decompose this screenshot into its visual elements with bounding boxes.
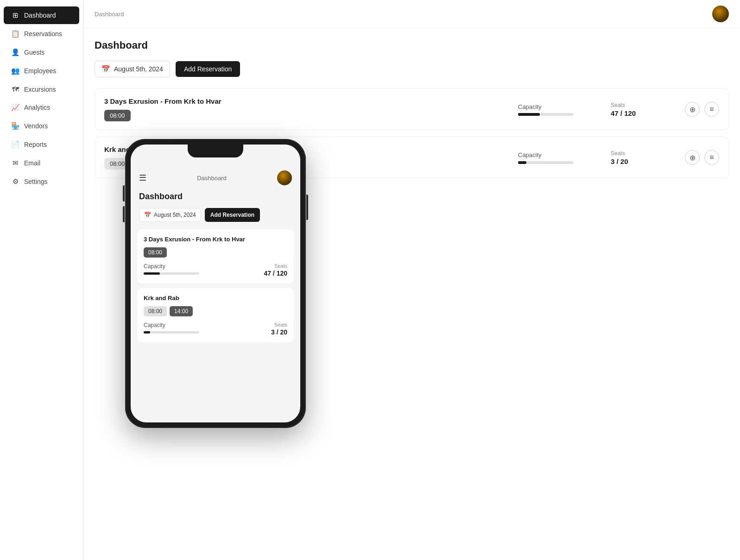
sidebar-label-reservations: Reservations — [24, 30, 62, 38]
phone-power-button — [306, 195, 308, 220]
reservations-icon: 📋 — [11, 30, 19, 38]
vendors-icon: 🏪 — [11, 122, 19, 130]
sidebar-item-analytics[interactable]: 📈 Analytics — [4, 99, 79, 116]
add-action-button[interactable]: ⊕ — [685, 150, 700, 165]
time-badges: 08:0014:00 — [104, 158, 518, 170]
controls-row: 📅 August 5th, 2024 Add Reservation — [95, 61, 729, 77]
sidebar-item-dashboard[interactable]: ⊞ Dashboard — [4, 6, 79, 24]
sidebar-item-employees[interactable]: 👥 Employees — [4, 62, 79, 80]
sidebar-item-reservations[interactable]: 📋 Reservations — [4, 25, 79, 43]
sidebar-item-excursions[interactable]: 🗺 Excursions — [4, 81, 79, 98]
add-reservation-button[interactable]: Add Reservation — [176, 61, 240, 77]
phone-seats-label: Seats — [271, 322, 287, 327]
sidebar-label-settings: Settings — [24, 178, 48, 185]
date-picker[interactable]: 📅 August 5th, 2024 — [95, 61, 170, 77]
date-value: August 5th, 2024 — [114, 65, 163, 73]
settings-icon: ⚙ — [11, 177, 19, 186]
email-icon: ✉ — [11, 159, 19, 167]
phone-excursion-card-0: 3 Days Exrusion - From Krk to Hvar 08:00… — [137, 229, 294, 283]
list-action-button[interactable]: ≡ — [704, 150, 719, 165]
phone-excursion-card-1: Krk and Rab 08:0014:00 Capacity Seats 3 … — [137, 288, 294, 342]
sidebar-label-reports: Reports — [24, 141, 47, 148]
phone-time-badge: 14:00 — [170, 306, 193, 316]
sidebar-item-reports[interactable]: 📄 Reports — [4, 136, 79, 153]
capacity-label: Capacity — [518, 103, 611, 110]
time-badge[interactable]: 08:00 — [104, 110, 131, 121]
dashboard-icon: ⊞ — [11, 11, 19, 19]
sidebar-item-settings[interactable]: ⚙ Settings — [4, 173, 79, 190]
sidebar-item-guests[interactable]: 👤 Guests — [4, 44, 79, 61]
sidebar-label-vendors: Vendors — [24, 122, 48, 130]
phone-calendar-icon: 📅 — [144, 212, 151, 218]
avatar — [712, 6, 729, 22]
phone-seats-value: 47 / 120 — [264, 270, 287, 277]
phone-capacity-row: Capacity Seats 47 / 120 — [144, 263, 287, 277]
excursion-actions: ⊕ ≡ — [685, 150, 719, 165]
phone-capacity-section: Capacity — [144, 263, 199, 275]
excursion-card-0: 3 Days Exrusion - From Krk to Hvar 08:00… — [95, 88, 729, 130]
reports-icon: 📄 — [11, 140, 19, 149]
guests-icon: 👤 — [11, 48, 19, 57]
capacity-bar-bg — [518, 161, 574, 164]
excursion-info: Krk and Rab 08:0014:00 — [104, 145, 518, 170]
phone-controls: 📅 August 5th, 2024 Add Reservation — [137, 208, 294, 222]
sidebar-item-email[interactable]: ✉ Email — [4, 154, 79, 172]
sidebar-label-email: Email — [24, 159, 40, 167]
excursion-actions: ⊕ ≡ — [685, 102, 719, 117]
capacity-bar-bg — [518, 113, 574, 116]
add-action-button[interactable]: ⊕ — [685, 102, 700, 117]
phone-capacity-label: Capacity — [144, 322, 199, 328]
phone-capacity-label: Capacity — [144, 263, 199, 270]
seats-section: Seats 47 / 120 — [611, 102, 685, 117]
seats-value: 47 / 120 — [611, 109, 685, 117]
phone-date-picker[interactable]: 📅 August 5th, 2024 — [139, 208, 201, 222]
sidebar-label-analytics: Analytics — [24, 104, 50, 111]
main-content: Dashboard Dashboard 📅 August 5th, 2024 A… — [83, 0, 740, 560]
phone-date-value: August 5th, 2024 — [154, 212, 196, 218]
phone-seats-label: Seats — [264, 263, 287, 269]
seats-label: Seats — [611, 102, 685, 108]
excursion-name: Krk and Rab — [104, 145, 518, 153]
phone-time-badge: 08:00 — [144, 306, 167, 316]
excursion-name: 3 Days Exrusion - From Krk to Hvar — [104, 97, 518, 105]
phone-excursion-name: 3 Days Exrusion - From Krk to Hvar — [144, 236, 287, 243]
phone-cap-bar-bg — [144, 331, 199, 333]
sidebar-label-employees: Employees — [24, 67, 56, 75]
breadcrumb: Dashboard — [95, 11, 124, 18]
phone-cap-bar-bg — [144, 272, 199, 275]
sidebar-label-excursions: Excursions — [24, 86, 56, 93]
capacity-bar-fill — [518, 161, 526, 164]
excursions-icon: 🗺 — [11, 85, 19, 93]
calendar-icon: 📅 — [101, 65, 110, 73]
sidebar-label-dashboard: Dashboard — [24, 12, 56, 19]
time-badge[interactable]: 14:00 — [134, 158, 161, 170]
phone-seats-section: Seats 47 / 120 — [264, 263, 287, 277]
sidebar-label-guests: Guests — [24, 49, 44, 56]
sidebar-item-vendors[interactable]: 🏪 Vendors — [4, 117, 79, 135]
phone-volume-down — [123, 206, 125, 222]
excursion-list: 3 Days Exrusion - From Krk to Hvar 08:00… — [95, 88, 729, 178]
time-badge[interactable]: 08:00 — [104, 158, 131, 170]
capacity-section: Capacity — [518, 151, 611, 164]
top-bar: Dashboard — [83, 0, 740, 28]
phone-excursion-list: 3 Days Exrusion - From Krk to Hvar 08:00… — [137, 229, 294, 342]
capacity-section: Capacity — [518, 103, 611, 116]
page-title: Dashboard — [95, 39, 729, 51]
phone-cap-bar-fill — [144, 331, 150, 333]
seats-value: 3 / 20 — [611, 157, 685, 165]
analytics-icon: 📈 — [11, 103, 19, 112]
phone-cap-bar-fill — [144, 272, 160, 275]
list-action-button[interactable]: ≡ — [704, 102, 719, 117]
phone-time-badges: 08:0014:00 — [144, 306, 287, 316]
capacity-bar-fill — [518, 113, 540, 116]
dashboard-body: Dashboard 📅 August 5th, 2024 Add Reserva… — [83, 28, 740, 196]
employees-icon: 👥 — [11, 67, 19, 75]
excursion-info: 3 Days Exrusion - From Krk to Hvar 08:00 — [104, 97, 518, 121]
phone-capacity-row: Capacity Seats 3 / 20 — [144, 322, 287, 336]
time-badges: 08:00 — [104, 110, 518, 121]
phone-time-badges: 08:00 — [144, 247, 287, 258]
phone-add-reservation-button[interactable]: Add Reservation — [205, 208, 260, 222]
sidebar: ⊞ Dashboard 📋 Reservations 👤 Guests 👥 Em… — [0, 0, 83, 560]
excursion-card-1: Krk and Rab 08:0014:00 Capacity Seats 3 … — [95, 137, 729, 178]
phone-seats-value: 3 / 20 — [271, 328, 287, 336]
